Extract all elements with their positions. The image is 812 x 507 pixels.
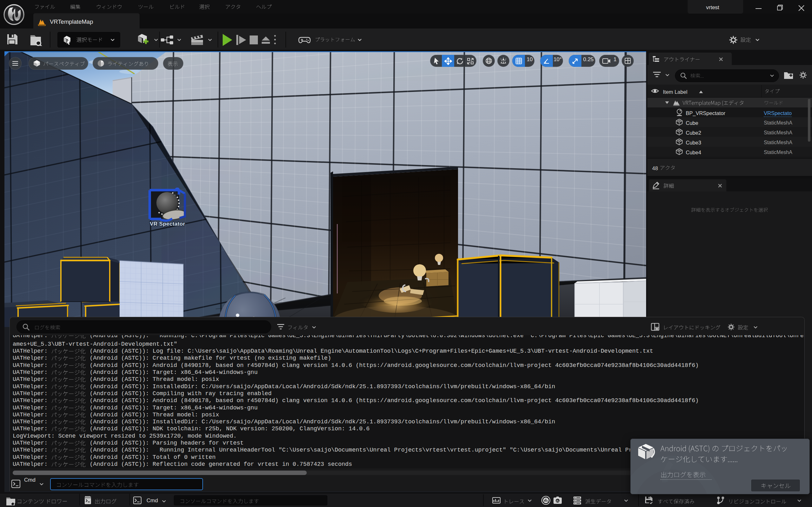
svg-text:VR Spectator: VR Spectator [150,221,185,227]
